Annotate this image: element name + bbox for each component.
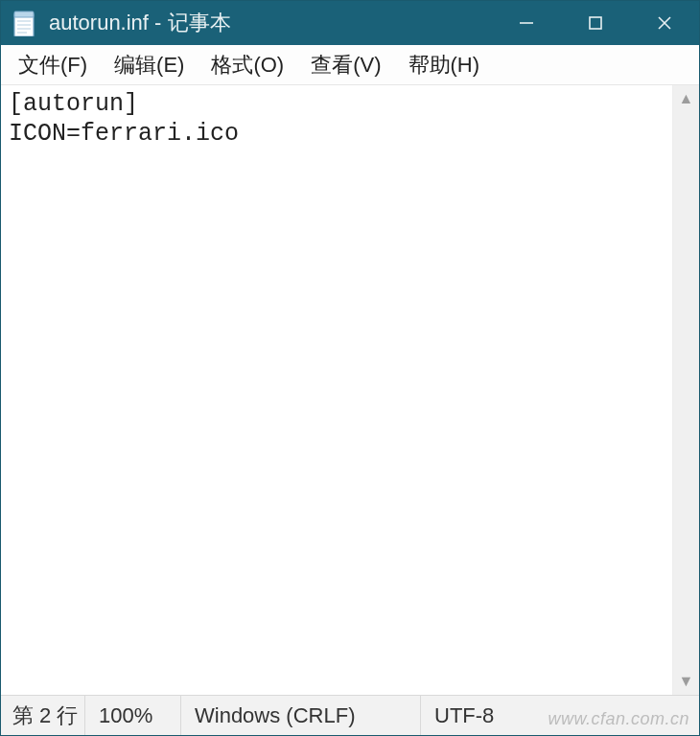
window-title: autorun.inf - 记事本 [49,9,231,37]
status-position: 第 2 行 [1,696,85,735]
svg-rect-7 [590,17,601,29]
notepad-icon [12,10,35,36]
menu-edit[interactable]: 编辑(E) [105,45,201,85]
scroll-down-icon[interactable]: ▼ [679,674,694,689]
scroll-up-icon[interactable]: ▲ [679,91,694,106]
status-zoom: 100% [85,696,181,735]
notepad-window: autorun.inf - 记事本 文件(F) 编辑(E) 格式(O) 查看(V… [0,0,700,736]
menubar: 文件(F) 编辑(E) 格式(O) 查看(V) 帮助(H) [1,45,699,85]
statusbar: 第 2 行 100% Windows (CRLF) UTF-8 [1,695,699,735]
status-line-ending: Windows (CRLF) [181,696,421,735]
close-button[interactable] [630,1,699,45]
maximize-button[interactable] [561,1,630,45]
window-controls [492,1,699,45]
text-editor[interactable]: [autorun] ICON=ferrari.ico [1,85,672,695]
minimize-button[interactable] [492,1,561,45]
menu-format[interactable]: 格式(O) [201,45,301,85]
titlebar[interactable]: autorun.inf - 记事本 [1,1,699,45]
svg-rect-1 [14,12,34,17]
menu-help[interactable]: 帮助(H) [399,45,498,85]
editor-area: [autorun] ICON=ferrari.ico ▲ ▼ [1,85,699,695]
menu-view[interactable]: 查看(V) [301,45,398,85]
status-encoding: UTF-8 [421,696,699,735]
menu-file[interactable]: 文件(F) [9,45,105,85]
vertical-scrollbar[interactable]: ▲ ▼ [672,85,699,695]
